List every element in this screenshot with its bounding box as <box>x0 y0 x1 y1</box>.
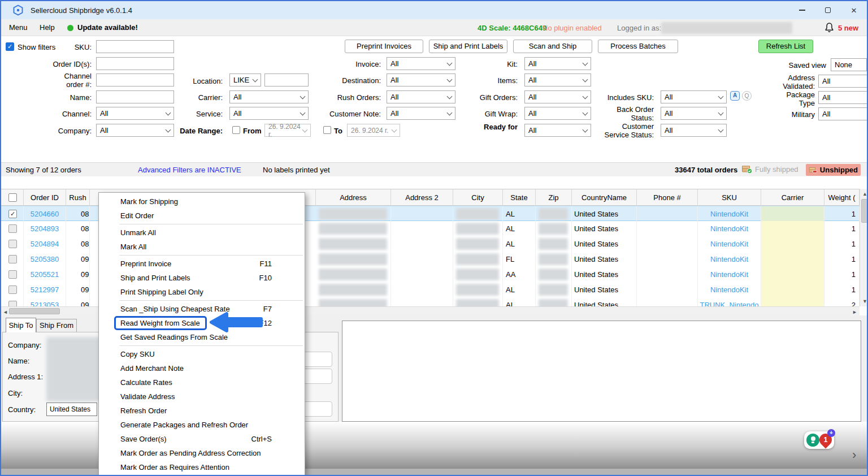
vertical-scroll-thumb[interactable] <box>861 199 868 223</box>
package-type-select[interactable]: All <box>818 91 868 104</box>
order-ids-input[interactable] <box>96 57 174 70</box>
scan-and-ship-button[interactable]: Scan and Ship <box>513 40 592 53</box>
name-input[interactable] <box>96 90 174 103</box>
channel-select[interactable]: All <box>96 107 174 120</box>
menu-menu[interactable]: Menu <box>9 23 28 32</box>
company-select[interactable]: All <box>96 124 174 137</box>
table-vertical-scrollbar[interactable]: ▲ ▼ <box>860 189 868 306</box>
customer-note-select[interactable]: All <box>387 107 455 120</box>
column-header-carrier[interactable]: Carrier <box>761 189 824 206</box>
scroll-down-icon[interactable]: ▼ <box>862 298 867 305</box>
menu-item-scan-ship-using-cheapest-rate[interactable]: Scan _Ship Using Cheapest RateF7 <box>99 302 305 316</box>
date-from-select[interactable]: 26. 9.2024 г. <box>264 124 311 137</box>
cell-sku[interactable]: TRUNK_Nintendo <box>698 297 761 306</box>
update-available-label[interactable]: Update available! <box>77 23 138 32</box>
menu-item-mark-all[interactable]: Mark All <box>99 240 305 254</box>
unshipped-toggle[interactable]: Unshipped <box>806 164 861 176</box>
column-header-zip[interactable]: Zip <box>536 189 572 206</box>
customer-service-status-select[interactable]: All <box>661 124 727 137</box>
row-checkbox[interactable]: ✓ <box>8 210 17 218</box>
menu-item-refresh-order[interactable]: Refresh Order <box>99 404 305 418</box>
gift-wrap-select[interactable]: All <box>524 107 591 120</box>
menu-item-mark-for-shipping[interactable]: Mark for Shipping <box>99 194 305 209</box>
cell-order_id[interactable]: 5204893 <box>24 221 66 236</box>
column-header-state[interactable]: State <box>503 189 536 206</box>
menu-item-ship-and-print-labels[interactable]: Ship and Print LabelsF10 <box>99 271 305 285</box>
date-to-checkbox[interactable] <box>323 126 331 134</box>
includes-sku-all-button[interactable]: A <box>730 91 740 101</box>
show-filters-checkbox[interactable]: ✓ <box>6 42 14 51</box>
cell-sku[interactable]: NintendoKit <box>698 206 761 222</box>
back-order-status-select[interactable]: All <box>661 107 727 120</box>
menu-item-print-shipping-label-only[interactable]: Print Shipping Label Only <box>99 285 305 299</box>
close-button[interactable]: × <box>841 1 867 19</box>
cell-order_id[interactable]: 5213053 <box>24 297 66 306</box>
menu-item-edit-order[interactable]: Edit Order <box>99 209 305 223</box>
cell-sku[interactable]: NintendoKit <box>698 282 761 297</box>
location-input[interactable] <box>264 73 309 86</box>
horizontal-scroll-thumb[interactable] <box>9 308 60 314</box>
menu-item-unmark-all[interactable]: Unmark All <box>99 226 305 240</box>
cell-order_id[interactable]: 5204660 <box>24 206 66 222</box>
ship-and-print-labels-button[interactable]: Ship and Print Labels <box>429 40 507 53</box>
refresh-list-button[interactable]: Refresh List <box>758 40 813 53</box>
column-header-address[interactable]: Address <box>316 189 391 206</box>
column-header-city[interactable]: City <box>453 189 503 206</box>
includes-sku-search-button[interactable]: Q <box>742 91 752 101</box>
menu-item-read-weight-from-scale[interactable]: Read Weight from ScaleF12 <box>99 316 305 330</box>
rush-orders-select[interactable]: All <box>387 90 455 103</box>
military-select[interactable]: All <box>818 107 868 120</box>
carrier-cell[interactable] <box>761 267 824 282</box>
tab-ship-to[interactable]: Ship To <box>6 318 36 332</box>
scroll-right-icon[interactable]: ► <box>852 309 857 315</box>
carrier-select[interactable]: All <box>229 90 309 103</box>
invoice-select[interactable]: All <box>387 57 455 70</box>
kit-select[interactable]: All <box>524 57 591 70</box>
row-checkbox[interactable] <box>8 285 17 294</box>
location-operator-select[interactable]: LIKE <box>229 73 261 86</box>
menu-item-preprint-invoice[interactable]: Preprint InvoiceF11 <box>99 257 305 271</box>
cell-sku[interactable]: NintendoKit <box>698 267 761 282</box>
menu-item-mark-order-as-pending-address-correction[interactable]: Mark Order as Pending Address Correction <box>99 446 305 460</box>
scroll-up-icon[interactable]: ▲ <box>862 191 867 197</box>
cell-sku[interactable]: NintendoKit <box>698 236 761 252</box>
destination-select[interactable]: All <box>387 73 455 86</box>
carrier-cell[interactable] <box>761 221 824 236</box>
cell-order_id[interactable]: 5204894 <box>24 236 66 252</box>
date-to-select[interactable]: 26. 9.2024 г. <box>347 124 400 137</box>
carrier-cell[interactable] <box>761 236 824 252</box>
address-validated-select[interactable]: All <box>818 75 868 88</box>
column-header-order-id[interactable]: Order ID <box>24 189 66 206</box>
gift-orders-select[interactable]: All <box>524 90 591 103</box>
fully-shipped-toggle[interactable]: Fully shipped <box>741 165 798 174</box>
column-header-weight[interactable]: Weight ( <box>824 189 860 206</box>
date-from-checkbox[interactable] <box>232 126 240 134</box>
menu-item-get-saved-readings-from-scale[interactable]: Get Saved Readings From Scale <box>99 330 305 344</box>
tips-widget[interactable]: 1 + <box>804 431 834 449</box>
column-header-countryname[interactable]: CountryName <box>572 189 637 206</box>
menu-item-generate-packages-and-refresh-order[interactable]: Generate Packages and Refresh Order <box>99 418 305 432</box>
menu-item-validate-address[interactable]: Validate Address <box>99 390 305 404</box>
advanced-filters-link[interactable]: Advanced Filters are INACTIVE <box>138 166 241 174</box>
menu-item-calculate-rates[interactable]: Calculate Rates <box>99 375 305 390</box>
preprint-invoices-button[interactable]: Preprint Invoices <box>345 40 423 53</box>
column-header-sku[interactable]: SKU <box>698 189 761 206</box>
column-header-0[interactable] <box>1 189 24 206</box>
row-checkbox[interactable] <box>8 240 17 248</box>
ship-to-country-select[interactable]: United States <box>46 403 97 416</box>
service-select[interactable]: All <box>229 107 309 120</box>
cell-order_id[interactable]: 5212997 <box>24 282 66 297</box>
cell-order_id[interactable]: 5205380 <box>24 252 66 267</box>
notifications-badge[interactable]: 5 new <box>838 24 858 32</box>
menu-help[interactable]: Help <box>40 23 55 32</box>
carrier-cell[interactable] <box>761 297 824 306</box>
menu-item-copy-sku[interactable]: Copy SKU <box>99 347 305 361</box>
cell-sku[interactable]: NintendoKit <box>698 221 761 236</box>
row-checkbox[interactable] <box>8 301 17 306</box>
menu-item-mark-order-as-requires-attention[interactable]: Mark Order as Requires Attention <box>99 460 305 474</box>
column-header-address-2[interactable]: Address 2 <box>391 189 453 206</box>
row-checkbox[interactable] <box>8 224 17 233</box>
tab-ship-from[interactable]: Ship From <box>36 319 77 332</box>
bell-icon[interactable] <box>824 22 834 35</box>
maximize-button[interactable] <box>815 1 841 19</box>
